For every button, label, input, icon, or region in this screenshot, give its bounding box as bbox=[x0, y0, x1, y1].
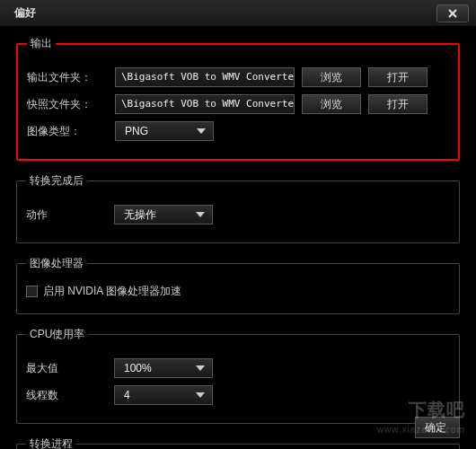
image-type-row: 图像类型： PNG bbox=[27, 121, 449, 141]
cpu-threads-select[interactable]: 4 bbox=[114, 385, 213, 405]
output-folder-label: 输出文件夹： bbox=[27, 70, 108, 85]
snapshot-folder-label: 快照文件夹： bbox=[27, 97, 108, 112]
snapshot-folder-open-button[interactable]: 打开 bbox=[368, 94, 428, 114]
action-select[interactable]: 无操作 bbox=[114, 205, 213, 224]
output-folder-open-button[interactable]: 打开 bbox=[368, 67, 428, 87]
gpu-legend: 图像处理器 bbox=[26, 256, 87, 271]
cpu-max-row: 最大值 100% bbox=[26, 358, 450, 378]
output-folder-row: 输出文件夹： \Bigasoft VOB to WMV Converter 浏览… bbox=[27, 67, 449, 87]
output-section: 输出 输出文件夹： \Bigasoft VOB to WMV Converter… bbox=[16, 36, 460, 161]
action-row: 动作 无操作 bbox=[26, 205, 450, 224]
gpu-enable-checkbox[interactable] bbox=[26, 286, 38, 297]
output-folder-browse-button[interactable]: 浏览 bbox=[302, 67, 361, 87]
cpu-threads-row: 线程数 4 bbox=[26, 385, 450, 405]
cpu-legend: CPU使用率 bbox=[26, 327, 88, 342]
action-value: 无操作 bbox=[124, 207, 156, 223]
title-bar: 偏好 bbox=[0, 0, 476, 27]
chevron-down-icon bbox=[196, 212, 205, 217]
snapshot-folder-row: 快照文件夹： \Bigasoft VOB to WMV Converter 浏览… bbox=[27, 94, 449, 114]
after-convert-section: 转换完成后 动作 无操作 bbox=[16, 173, 460, 243]
cpu-max-label: 最大值 bbox=[26, 361, 107, 376]
cpu-max-value: 100% bbox=[124, 362, 152, 374]
content-area: 输出 输出文件夹： \Bigasoft VOB to WMV Converter… bbox=[0, 27, 476, 449]
image-type-value: PNG bbox=[125, 125, 148, 137]
gpu-section: 图像处理器 启用 NVIDIA 图像处理器加速 bbox=[16, 256, 460, 314]
snapshot-folder-browse-button[interactable]: 浏览 bbox=[302, 94, 361, 114]
snapshot-folder-input[interactable]: \Bigasoft VOB to WMV Converter bbox=[115, 94, 295, 114]
output-folder-input[interactable]: \Bigasoft VOB to WMV Converter bbox=[115, 67, 295, 87]
window-title: 偏好 bbox=[14, 5, 36, 21]
close-icon bbox=[446, 7, 459, 20]
action-label: 动作 bbox=[26, 207, 107, 223]
image-type-label: 图像类型： bbox=[27, 124, 108, 139]
image-type-select[interactable]: PNG bbox=[115, 121, 214, 141]
close-button[interactable] bbox=[436, 4, 469, 22]
cpu-max-select[interactable]: 100% bbox=[114, 358, 213, 378]
after-convert-legend: 转换完成后 bbox=[26, 173, 87, 189]
chevron-down-icon bbox=[196, 365, 205, 371]
progress-legend: 转换进程 bbox=[26, 436, 76, 449]
gpu-checkbox-row: 启用 NVIDIA 图像处理器加速 bbox=[26, 284, 450, 299]
cpu-threads-value: 4 bbox=[124, 389, 130, 401]
progress-section: 转换进程 最大同时运行进程数： 1 bbox=[16, 436, 460, 449]
chevron-down-icon bbox=[196, 392, 205, 398]
cpu-threads-label: 线程数 bbox=[26, 388, 107, 403]
chevron-down-icon bbox=[197, 128, 206, 134]
gpu-checkbox-label: 启用 NVIDIA 图像处理器加速 bbox=[43, 284, 181, 299]
ok-button[interactable]: 确定 bbox=[415, 417, 460, 438]
output-legend: 输出 bbox=[27, 36, 56, 51]
cpu-section: CPU使用率 最大值 100% 线程数 4 bbox=[16, 327, 460, 424]
